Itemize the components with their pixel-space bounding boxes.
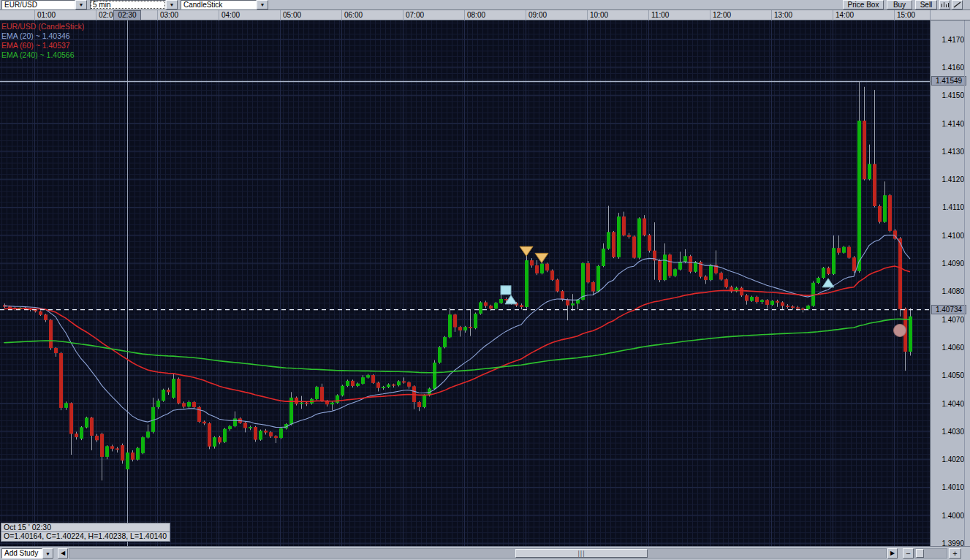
time-axis-tick [648, 10, 649, 20]
price-axis-label: 1.4160 [941, 64, 964, 72]
price-box-button[interactable]: Price Box [843, 0, 884, 10]
time-axis-tick [341, 10, 342, 20]
buy-button[interactable]: Buy [887, 0, 912, 10]
chevron-down-icon[interactable]: ▼ [75, 0, 87, 10]
time-axis-label: 06:00 [344, 11, 363, 20]
price-axis-label: 1.4110 [942, 203, 964, 211]
chart-plot-area[interactable]: EUR/USD (CandleStick)EMA (20) ~ 1.40346E… [0, 20, 930, 546]
high-price-tag: 1.41549 [931, 76, 966, 86]
add-study-dropdown[interactable]: Add Study [1, 548, 42, 559]
price-axis[interactable]: 1.41701.41601.41501.41401.41301.41201.41… [930, 20, 970, 546]
price-axis-label: 1.4050 [941, 371, 964, 379]
scroll-left-button[interactable]: ◀ [58, 548, 68, 559]
price-axis-label: 1.4020 [941, 455, 964, 463]
price-axis-label: 1.4010 [941, 483, 964, 491]
axis-corner-divider [930, 10, 931, 20]
price-axis-label: 1.4070 [941, 316, 964, 324]
time-axis-label: 10:00 [590, 11, 608, 20]
chart-style-dropdown[interactable]: CandleStick ▼ [181, 0, 268, 10]
price-axis-label: 1.4040 [941, 400, 964, 408]
time-axis-label: 13:00 [774, 11, 792, 20]
time-axis-tick [464, 10, 465, 20]
bottom-bar: Add Study ▼ ◀ ||| ▶ − + [0, 546, 970, 560]
interval-dropdown[interactable]: 5 min ▼ [90, 0, 178, 10]
toolbar: EUR/USD ▼ 5 min ▼ CandleStick ▼ Price Bo… [0, 0, 970, 10]
time-axis-tick [587, 10, 588, 20]
scroll-right-button[interactable]: ▶ [887, 548, 898, 559]
price-axis-label: 1.4130 [941, 148, 964, 156]
price-axis-label: 1.4000 [941, 512, 964, 520]
time-axis-label: 05:00 [283, 11, 301, 20]
interval-dropdown-value[interactable]: 5 min [90, 0, 166, 10]
price-axis-label: 1.4100 [941, 232, 964, 240]
time-axis-label: 08:00 [467, 11, 485, 20]
time-axis-label: 04:00 [221, 11, 240, 20]
chevron-down-icon[interactable]: ▼ [42, 548, 53, 559]
price-axis-label: 1.4080 [941, 287, 964, 295]
trading-app-window: EUR/USD ▼ 5 min ▼ CandleStick ▼ Price Bo… [0, 0, 970, 560]
price-axis-edge-divider [964, 20, 965, 546]
chevron-down-icon[interactable]: ▼ [257, 0, 268, 10]
price-axis-label: 1.4120 [941, 175, 964, 183]
time-axis-tick [157, 10, 158, 20]
price-axis-label: 1.4060 [941, 344, 964, 352]
time-axis-tick [710, 10, 711, 20]
symbol-dropdown[interactable]: EUR/USD ▼ [1, 0, 87, 10]
time-axis-label: 15:00 [897, 11, 915, 20]
line-tool-icon[interactable] [952, 0, 963, 10]
time-axis-tick [526, 10, 526, 20]
time-axis-tick [280, 10, 281, 20]
time-axis-label: 03:00 [160, 11, 178, 20]
time-axis-tick [403, 10, 403, 20]
volume-bars-icon[interactable] [939, 0, 950, 10]
time-axis-tick [771, 10, 772, 20]
zoom-out-button[interactable]: − [903, 548, 914, 559]
crosshair-time-label: 02:30 [113, 10, 141, 20]
last-price-tag: 1.40734 [931, 305, 966, 314]
sell-button[interactable]: Sell [915, 0, 937, 10]
time-axis-label: 01:00 [37, 11, 56, 20]
price-axis-label: 1.4170 [941, 36, 964, 44]
price-axis-label: 1.4140 [941, 120, 964, 128]
horizontal-scrollbar-track[interactable]: ||| [69, 548, 887, 559]
candlestick-chart[interactable] [0, 20, 930, 546]
time-axis-label: 11:00 [651, 11, 669, 20]
time-axis-label: 07:00 [406, 11, 424, 20]
price-axis-label: 1.4090 [941, 260, 964, 268]
time-axis-tick [833, 10, 833, 20]
time-axis-tick [894, 10, 895, 20]
time-axis-tick [96, 10, 96, 20]
zoom-slider-track[interactable] [914, 548, 947, 559]
time-axis-label: 09:00 [528, 11, 547, 20]
zoom-in-button[interactable]: + [949, 548, 961, 559]
time-axis-label: 12:00 [713, 11, 731, 20]
chart-style-dropdown-value[interactable]: CandleStick [181, 0, 257, 10]
time-axis-tick [34, 10, 35, 20]
time-axis-tick [219, 10, 219, 20]
zoom-slider-thumb[interactable] [916, 549, 924, 558]
horizontal-scrollbar-thumb[interactable]: ||| [515, 549, 648, 558]
symbol-dropdown-value[interactable]: EUR/USD [1, 0, 75, 10]
time-axis-label: 14:00 [836, 11, 854, 20]
time-axis[interactable]: 01:0002:0003:0004:0005:0006:0007:0008:00… [0, 10, 970, 20]
chevron-down-icon[interactable]: ▼ [166, 0, 178, 10]
price-axis-label: 1.4150 [941, 91, 964, 99]
price-axis-label: 1.4030 [941, 428, 964, 436]
